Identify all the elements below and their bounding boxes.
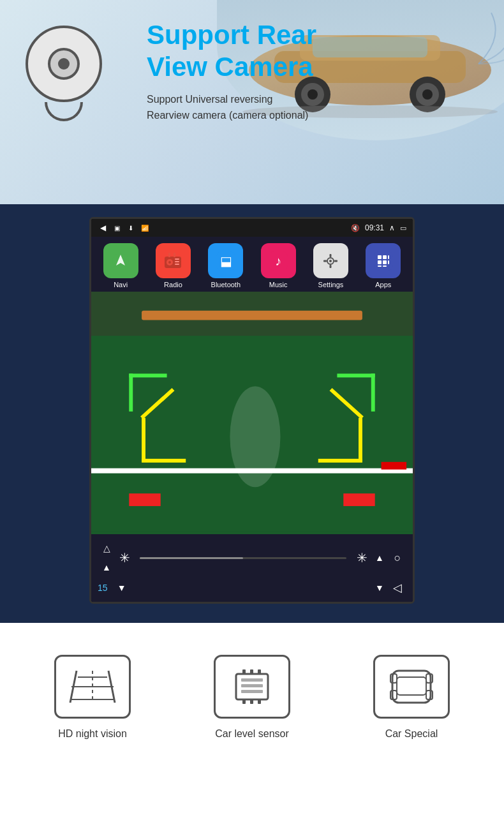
back-media-btn[interactable]: ◁ [389,579,406,597]
svg-rect-66 [242,669,246,675]
svg-rect-29 [330,265,332,268]
svg-rect-67 [250,669,253,675]
level-sensor-label: Car level sensor [215,728,289,740]
svg-rect-70 [250,699,253,704]
download-status-icon: ⬇ [126,223,136,233]
svg-rect-28 [330,254,332,257]
svg-rect-39 [378,265,382,267]
music-label: Music [269,281,288,288]
night-vision-label: HD night vision [58,728,127,740]
night-vision-icon [54,655,131,719]
navi-label: Navi [114,281,128,288]
feature-level-sensor: Car level sensor [188,655,316,740]
car-special-label: Car Special [385,728,438,740]
svg-rect-46 [129,373,167,377]
camera-icon [26,26,102,121]
svg-rect-57 [382,462,407,470]
svg-rect-51 [359,418,362,462]
svg-rect-52 [318,459,362,463]
svg-rect-31 [334,260,337,262]
chevron-up-icon: ∧ [389,223,395,232]
navi-icon [103,243,138,278]
svg-rect-17 [175,261,179,262]
svg-rect-56 [343,493,374,506]
svg-rect-47 [371,373,375,411]
svg-text:♪: ♪ [275,254,281,268]
back-nav-icon[interactable]: ◀ [98,223,108,233]
controls-row-top: △ ▲ ✳ ✳ ▲ ○ [98,539,406,576]
svg-rect-30 [323,260,327,262]
svg-rect-69 [242,699,246,704]
svg-point-27 [329,260,332,262]
radio-label: Radio [164,281,182,288]
home-btn[interactable]: ○ [389,549,406,567]
settings-label: Settings [318,281,344,288]
settings-icon [313,243,348,278]
app-item-apps[interactable]: Apps [360,243,406,288]
svg-rect-33 [378,255,382,259]
svg-rect-34 [383,255,387,259]
svg-rect-45 [129,373,133,411]
status-bar: ◀ ▣ ⬇ 📶 🔇 09:31 ∧ ▭ [91,219,413,237]
bottom-controls: △ ▲ ✳ ✳ ▲ ○ 15 ▼ [91,534,413,602]
hero-subtitle: Support Universal reversing Rearview cam… [147,91,316,124]
radio-icon [156,243,191,278]
fan-right-icon[interactable]: ✳ [353,549,371,567]
music-icon: ♪ [261,243,296,278]
level-sensor-icon [214,655,290,719]
app-item-bluetooth[interactable]: ⬓ Bluetooth [203,243,249,288]
svg-rect-19 [168,253,170,257]
media-down-btn[interactable]: ▼ [371,579,389,597]
svg-rect-44 [142,311,362,320]
media-status-icon: ▣ [112,223,122,233]
apps-label: Apps [375,281,391,288]
mute-icon: 🔇 [351,224,360,232]
status-right: 🔇 09:31 ∧ ▭ [351,223,406,232]
temp-up-filled-btn[interactable]: ▲ [98,558,115,576]
hero-title: Support Rear View Camera [147,19,316,84]
number-display: 15 [98,579,108,597]
svg-point-15 [168,261,171,264]
svg-rect-48 [337,373,374,377]
top-section: Support Rear View Camera Support Univers… [0,0,504,204]
temp-up-outline-btn[interactable]: △ [98,539,115,557]
wifi-status-icon: 📶 [140,223,150,233]
media-up-btn[interactable]: ▲ [371,549,389,567]
svg-rect-55 [129,493,160,506]
svg-rect-75 [392,671,431,703]
svg-text:⬓: ⬓ [219,254,232,268]
svg-rect-37 [383,260,387,264]
fan-left-icon[interactable]: ✳ [115,549,133,567]
svg-rect-38 [388,260,389,264]
app-item-radio[interactable]: Radio [150,243,196,288]
svg-rect-74 [241,690,263,693]
camera-view [91,292,413,534]
svg-rect-76 [397,677,426,695]
svg-rect-49 [142,418,145,462]
svg-rect-18 [175,264,179,265]
clock: 09:31 [365,223,384,232]
svg-point-9 [422,89,433,100]
app-item-music[interactable]: ♪ Music [255,243,301,288]
bluetooth-icon: ⬓ [208,243,243,278]
app-item-settings[interactable]: Settings [308,243,353,288]
progress-bar[interactable] [140,557,346,559]
svg-rect-3 [313,37,427,57]
car-special-icon [373,655,450,719]
temp-down-filled-btn[interactable]: ▼ [113,579,131,597]
middle-section: ◀ ▣ ⬇ 📶 🔇 09:31 ∧ ▭ [0,204,504,623]
bottom-section: HD night vision Car level sensor [0,623,504,765]
svg-rect-35 [388,255,389,259]
bluetooth-label: Bluetooth [211,281,241,288]
svg-rect-36 [378,260,382,264]
svg-point-58 [230,386,280,487]
apps-grid-icon [366,243,401,278]
app-grid: Navi Radio [91,237,413,292]
svg-rect-40 [383,265,387,267]
app-item-navi[interactable]: Navi [98,243,144,288]
svg-rect-50 [142,459,186,463]
feature-car-special: Car Special [348,655,475,740]
svg-rect-71 [258,699,261,704]
battery-icon: ▭ [400,224,406,232]
device-mockup: ◀ ▣ ⬇ 📶 🔇 09:31 ∧ ▭ [89,217,415,604]
